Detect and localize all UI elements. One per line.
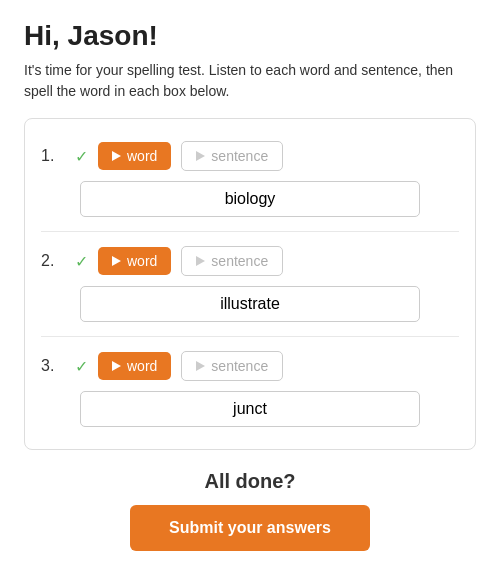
answer-input-2[interactable]	[80, 286, 420, 322]
word-button-label-1: word	[127, 148, 157, 164]
question-number-2: 2.	[41, 252, 71, 270]
play-icon-sentence-1	[196, 151, 205, 161]
check-icon-3: ✓	[75, 357, 88, 376]
answer-input-1[interactable]	[80, 181, 420, 217]
question-controls-2: 2. ✓ word sentence	[41, 246, 459, 276]
play-icon-sentence-2	[196, 256, 205, 266]
sentence-button-label-3: sentence	[211, 358, 268, 374]
sentence-button-1[interactable]: sentence	[181, 141, 283, 171]
questions-container: 1. ✓ word sentence 2. ✓ word sentence	[24, 118, 476, 450]
question-row-2: 2. ✓ word sentence	[41, 232, 459, 337]
play-icon-word-2	[112, 256, 121, 266]
word-button-1[interactable]: word	[98, 142, 171, 170]
question-row-3: 3. ✓ word sentence	[41, 337, 459, 441]
sentence-button-label-2: sentence	[211, 253, 268, 269]
check-icon-2: ✓	[75, 252, 88, 271]
check-icon-1: ✓	[75, 147, 88, 166]
all-done-text: All done?	[24, 470, 476, 493]
page-greeting: Hi, Jason!	[24, 20, 476, 52]
play-icon-word-1	[112, 151, 121, 161]
play-icon-sentence-3	[196, 361, 205, 371]
sentence-button-3[interactable]: sentence	[181, 351, 283, 381]
answer-input-3[interactable]	[80, 391, 420, 427]
word-button-label-2: word	[127, 253, 157, 269]
question-controls-3: 3. ✓ word sentence	[41, 351, 459, 381]
question-number-3: 3.	[41, 357, 71, 375]
question-number-1: 1.	[41, 147, 71, 165]
sentence-button-2[interactable]: sentence	[181, 246, 283, 276]
word-button-2[interactable]: word	[98, 247, 171, 275]
all-done-section: All done? Submit your answers	[24, 470, 476, 551]
sentence-button-label-1: sentence	[211, 148, 268, 164]
word-button-label-3: word	[127, 358, 157, 374]
word-button-3[interactable]: word	[98, 352, 171, 380]
question-controls-1: 1. ✓ word sentence	[41, 141, 459, 171]
play-icon-word-3	[112, 361, 121, 371]
instructions-text: It's time for your spelling test. Listen…	[24, 60, 476, 102]
question-row-1: 1. ✓ word sentence	[41, 127, 459, 232]
submit-button[interactable]: Submit your answers	[130, 505, 370, 551]
